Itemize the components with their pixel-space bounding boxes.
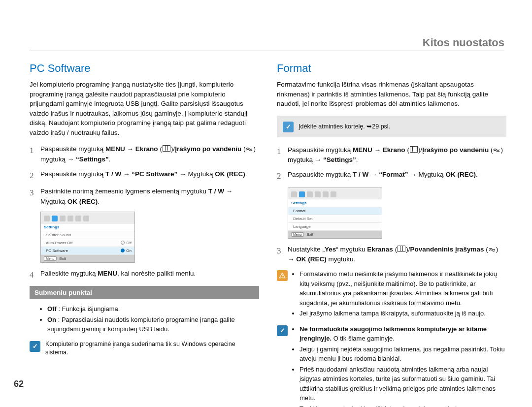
step-number: 2 [277,170,288,183]
step-3: 3 Pasirinkite norimą žemesnio lygmens el… [30,187,259,207]
pc-software-step4: 4 Palieskite mygtuką MENU, kai norėsite … [30,269,259,282]
info-item: Ne formatuokite saugojimo laikmenos komp… [299,324,506,344]
info-item: Turėkite omenyje, kad bus ištrintos viso… [299,404,506,407]
info-item: Prieš naudodami anksčiau naudotą atminti… [299,365,506,403]
warn-item: Jei įrašymo laikmena tampa iškraipyta, s… [299,309,506,318]
step-1: 1 Paspauskite mygtuką MENU → Ekrano ()/Į… [30,144,259,164]
step-4: 4 Palieskite mygtuką MENU, kai norėsite … [30,269,259,282]
left-column: PC Software Jei kompiuterio programinę į… [30,62,259,407]
warning-icon [277,270,288,281]
submenu-off: Off : Funkcija išjungiama. [47,304,259,314]
info-icon: ✓ [30,341,40,352]
underwater-icon [493,147,500,153]
pc-software-title: PC Software [30,62,259,75]
step-2: 2 Paspauskite mygtuką T / W → “Format” →… [277,170,506,183]
screen-icon [410,146,418,153]
step-number: 1 [277,145,288,165]
step-number: 2 [30,169,40,182]
step-number: 1 [30,144,40,164]
grey-note: ✓ Įdėkite atminties kortelę. ➥29 psl. [277,116,506,137]
page: Kitos nuostatos PC Software Jei kompiute… [0,0,532,407]
footnote-left: ✓ Kompiuterio programinė įranga suderina… [30,340,259,357]
screen-icon [398,246,405,252]
format-step3: 3 Nustatykite „Yes“ mygtuku Ekranas ()/P… [277,245,506,265]
step-3: 3 Nustatykite „Yes“ mygtuku Ekranas ()/P… [277,245,506,265]
info-item: Jeigu į gaminį neįdėta saugojimo laikmen… [299,344,506,364]
underwater-icon [246,146,253,152]
submenu-list: Off : Funkcija išjungiama. On : Paprasči… [40,304,259,334]
step-2: 2 Paspauskite mygtuką T / W → “PC Softwa… [30,169,259,182]
scr-settings-header: Settings [41,223,134,231]
settings-screenshot-right: Settings Format Default Set Language Men… [288,188,382,239]
format-title: Format [277,62,506,75]
underwater-icon [489,247,496,252]
pc-software-steps: 1 Paspauskite mygtuką MENU → Ekrano ()/Į… [30,144,259,207]
two-column-layout: PC Software Jei kompiuterio programinę į… [30,62,506,407]
warning-note: Formatavimo metu neišimkite įrašymo laik… [277,269,506,319]
scr-settings-header: Settings [288,199,382,207]
step-1: 1 Paspauskite mygtuką MENU → Ekrano ()/Į… [277,145,506,165]
submenu-on: On : Paprasčiausiai naudotis kompiuterio… [47,315,259,334]
check-icon: ✓ [283,122,294,132]
screen-icon [163,145,170,152]
step-number: 3 [30,187,40,207]
page-number: 62 [14,379,24,389]
info-note: ✓ Ne formatuokite saugojimo laikmenos ko… [277,324,506,407]
pc-software-intro: Jei kompiuterio programinę įrangą nustat… [30,80,259,137]
right-column: Format Formatavimo funkcija ištrina visa… [277,62,506,407]
info-icon: ✓ [277,325,288,336]
warn-item: Formatavimo metu neišimkite įrašymo laik… [299,269,506,308]
step-number: 4 [30,269,40,282]
step-number: 3 [277,245,288,265]
settings-screenshot-left: Settings Shutter Sound Auto Power OffOff… [40,212,135,263]
format-steps: 1 Paspauskite mygtuką MENU → Ekrano ()/Į… [277,145,506,183]
page-header-title: Kitos nuostatos [423,36,504,49]
submenu-header: Submeniu punktai [30,286,259,299]
horizontal-rule [30,51,504,51]
svg-point-1 [282,277,282,278]
format-intro: Formatavimo funkcija ištrina visas rinkm… [277,80,506,109]
